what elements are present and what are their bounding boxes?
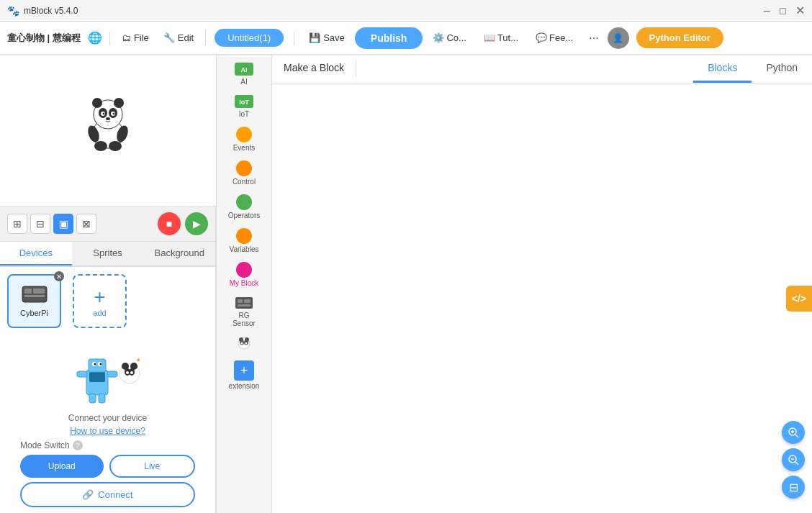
ai-icon: AI (234, 62, 254, 76)
device-card-cyberpi[interactable]: ✕ CyberPi (7, 274, 61, 328)
svg-point-36 (130, 371, 133, 374)
category-sprite2[interactable] (218, 333, 270, 355)
svg-point-9 (113, 113, 115, 115)
svg-text:✦: ✦ (135, 356, 141, 364)
svg-point-35 (126, 371, 129, 374)
make-block-tab[interactable]: Make a Block (272, 55, 356, 83)
file-menu[interactable]: 🗂 File (116, 29, 155, 47)
device-connect-section: ✦ Connect your device How to use device?… (7, 334, 208, 513)
stop-button[interactable]: ■ (158, 212, 181, 235)
save-button[interactable]: 💾 Save (302, 29, 352, 47)
tutorial-button[interactable]: 📖 Tut... (477, 29, 525, 47)
menubar: 童心制物 | 慧编程 🌐 🗂 File 🔧 Edit Untitled(1) 💾… (0, 22, 812, 55)
svg-rect-26 (77, 371, 87, 377)
connect-button[interactable]: ⚙️ Co... (425, 29, 473, 47)
feedback-button[interactable]: 💬 Fee... (528, 29, 580, 47)
sprite2-icon (234, 336, 254, 350)
code-toggle-button[interactable]: </> (786, 286, 812, 312)
zoom-reset-button[interactable]: ⊟ (782, 476, 805, 499)
svg-line-59 (795, 462, 798, 465)
svg-rect-28 (89, 394, 96, 403)
top-bar: Make a Block Blocks Python (272, 55, 812, 83)
main-layout: ⊞ ⊟ ▣ ⊠ ■ ▶ Devices Sprites (0, 55, 812, 513)
zoom-reset-icon: ⊟ (789, 481, 798, 494)
user-avatar[interactable]: 👤 (608, 27, 629, 49)
live-button[interactable]: Live (109, 455, 196, 478)
svg-rect-17 (33, 289, 45, 294)
category-myblock[interactable]: My Block (218, 259, 270, 290)
file-icon: 🗂 (122, 32, 131, 43)
panda-sprite (79, 87, 137, 159)
add-device-button[interactable]: + add (73, 274, 127, 328)
svg-point-14 (109, 141, 122, 151)
zoom-out-button[interactable] (782, 448, 805, 471)
zoom-in-button[interactable] (782, 421, 805, 444)
svg-point-2 (92, 98, 102, 108)
svg-rect-42 (235, 297, 253, 309)
feedback-icon: 💬 (536, 32, 547, 43)
upload-live-row: Upload Live (20, 455, 195, 478)
edit-icon: 🔧 (163, 32, 175, 43)
tab-sprites[interactable]: Sprites (72, 242, 144, 265)
restore-btn[interactable]: ◻ (779, 5, 787, 16)
layout-hide-btn[interactable]: ⊠ (76, 214, 96, 234)
svg-rect-18 (24, 295, 45, 297)
category-events[interactable]: Events (218, 124, 270, 155)
svg-rect-45 (238, 304, 251, 307)
layout-split-btn[interactable]: ⊟ (30, 214, 50, 234)
add-plus-icon: + (94, 286, 105, 309)
category-iot[interactable]: IoT IoT (218, 91, 270, 121)
connect-text: Connect your device (14, 413, 201, 423)
block-workspace: </> (272, 83, 812, 513)
svg-text:IoT: IoT (239, 99, 249, 106)
svg-rect-29 (99, 394, 105, 403)
close-btn[interactable]: ✕ (795, 4, 805, 17)
mode-switch-label: Mode Switch (20, 440, 70, 450)
tab-devices[interactable]: Devices (0, 242, 72, 265)
events-icon (236, 127, 252, 142)
category-variables[interactable]: Variables (218, 225, 270, 256)
device-remove-btn[interactable]: ✕ (54, 271, 64, 281)
tab-python[interactable]: Python (752, 55, 812, 83)
more-button[interactable]: ··· (583, 28, 604, 48)
how-to-link[interactable]: How to use device? (14, 426, 201, 436)
category-control[interactable]: Control (218, 158, 270, 189)
operators-icon (236, 194, 252, 210)
extension-plus-icon: + (234, 360, 254, 381)
mode-help-icon[interactable]: ? (73, 440, 83, 450)
globe-icon[interactable]: 🌐 (88, 31, 102, 45)
entity-tabs: Devices Sprites Background (0, 242, 215, 267)
myblock-icon (236, 262, 252, 278)
app-icon: 🐾 (7, 5, 19, 17)
tab-blocks[interactable]: Blocks (693, 55, 752, 83)
upload-button[interactable]: Upload (20, 455, 104, 478)
publish-button[interactable]: Publish (355, 27, 423, 49)
run-icon: ▶ (193, 218, 201, 230)
menu-divider-3 (294, 31, 294, 45)
svg-point-3 (114, 98, 124, 108)
svg-rect-43 (238, 299, 243, 303)
category-rgsensor[interactable]: RGSensor (218, 293, 270, 330)
connect-button-main[interactable]: 🔗 Connect (20, 482, 195, 507)
svg-line-56 (795, 435, 798, 437)
category-operators[interactable]: Operators (218, 191, 270, 222)
svg-point-52 (245, 342, 248, 345)
project-name-button[interactable]: Untitled(1) (215, 29, 284, 47)
run-button[interactable]: ▶ (185, 212, 208, 235)
category-extension[interactable]: + extension (218, 358, 270, 393)
stage-controls: ⊞ ⊟ ▣ ⊠ ■ ▶ (0, 206, 215, 242)
layout-full-btn[interactable]: ⊞ (7, 214, 27, 234)
stage-canvas (0, 55, 216, 206)
menu-divider-2 (205, 31, 206, 45)
category-ai[interactable]: AI AI (218, 59, 270, 88)
make-block-area: Make a Block Blocks Python </> (272, 55, 812, 513)
titlebar: 🐾 mBlock v5.4.0 – ◻ ✕ (0, 0, 812, 22)
tutorial-icon: 📖 (484, 32, 495, 43)
tab-background[interactable]: Background (143, 242, 215, 265)
menu-divider-1 (109, 31, 110, 45)
code-toggle-icon: </> (792, 293, 806, 304)
minimize-btn[interactable]: – (764, 4, 770, 17)
edit-menu[interactable]: 🔧 Edit (158, 29, 199, 47)
python-editor-button[interactable]: Python Editor (636, 27, 723, 48)
layout-code-btn[interactable]: ▣ (53, 214, 73, 234)
